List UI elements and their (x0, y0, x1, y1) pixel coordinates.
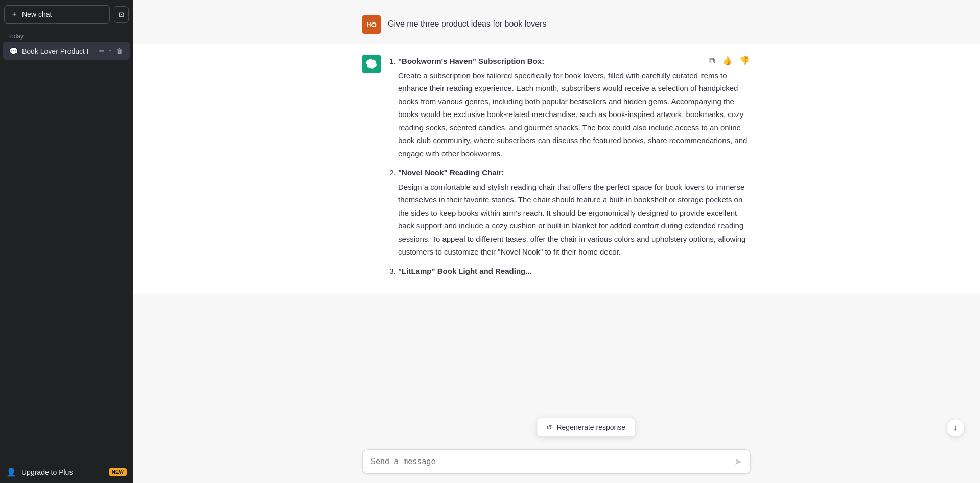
export-chat-button[interactable]: ↑ (108, 46, 113, 56)
scroll-down-button[interactable]: ↓ (946, 419, 965, 437)
user-message-text: Give me three product ideas for book lov… (388, 15, 546, 31)
user-icon: 👤 (6, 467, 16, 477)
item2-title: "Novel Nook" Reading Chair: (398, 168, 504, 177)
delete-chat-button[interactable]: 🗑 (115, 46, 124, 56)
sidebar-layout-button[interactable]: ⊡ (114, 6, 129, 23)
chat-item-label: Book Lover Product I (22, 47, 94, 55)
regenerate-label: Regenerate response (556, 423, 625, 431)
copy-button[interactable]: ⧉ (708, 55, 716, 66)
list-item: "Novel Nook" Reading Chair: Design a com… (398, 166, 751, 259)
regenerate-icon: ↺ (546, 423, 552, 431)
ai-actions: ⧉ 👍 👎 (708, 55, 751, 66)
message-input[interactable] (371, 457, 729, 466)
user-message-wrapper: HO Give me three product ideas for book … (133, 15, 980, 44)
section-today-label: Today (0, 29, 133, 42)
sidebar-header: ＋ New chat ⊡ (0, 0, 133, 29)
input-box: ➤ (362, 449, 751, 474)
new-badge: NEW (109, 468, 127, 476)
chat-icon: 💬 (9, 47, 18, 55)
chevron-down-icon: ↓ (953, 423, 958, 432)
user-avatar: HO (362, 15, 381, 34)
ai-message-wrapper: "Bookworm's Haven" Subscription Box: Cre… (133, 44, 980, 294)
layout-icon: ⊡ (119, 11, 124, 18)
main-content: HO Give me three product ideas for book … (133, 0, 980, 483)
chat-history-item[interactable]: 💬 Book Lover Product I ✏ ↑ 🗑 (3, 42, 130, 60)
item3-title: "LitLamp" Book Light and Reading... (398, 267, 532, 275)
send-button[interactable]: ➤ (734, 456, 742, 467)
chatgpt-logo-icon (366, 59, 377, 69)
edit-chat-button[interactable]: ✏ (98, 46, 106, 56)
chat-area: HO Give me three product ideas for book … (133, 0, 980, 442)
item1-title: "Bookworm's Haven" Subscription Box: (398, 57, 544, 65)
list-item: "LitLamp" Book Light and Reading... (398, 265, 751, 278)
ai-message-inner: "Bookworm's Haven" Subscription Box: Cre… (362, 55, 751, 284)
new-chat-label: New chat (22, 10, 52, 18)
ai-avatar (362, 55, 381, 73)
regenerate-popup[interactable]: ↺ Regenerate response (536, 418, 635, 437)
item1-body: Create a subscription box tailored speci… (398, 69, 751, 160)
user-message-inner: HO Give me three product ideas for book … (362, 15, 751, 34)
input-area: ➤ (133, 442, 980, 483)
ai-message-content: "Bookworm's Haven" Subscription Box: Cre… (388, 55, 751, 284)
sidebar: ＋ New chat ⊡ Today 💬 Book Lover Product … (0, 0, 133, 483)
thumbs-up-button[interactable]: 👍 (721, 55, 733, 66)
chat-item-actions: ✏ ↑ 🗑 (98, 46, 124, 56)
upgrade-label: Upgrade to Plus (21, 468, 104, 476)
thumbs-down-button[interactable]: 👎 (738, 55, 751, 66)
item2-body: Design a comfortable and stylish reading… (398, 180, 751, 259)
list-item: "Bookworm's Haven" Subscription Box: Cre… (398, 55, 751, 160)
new-chat-button[interactable]: ＋ New chat (4, 5, 110, 24)
plus-icon: ＋ (11, 10, 18, 19)
upgrade-to-plus-footer[interactable]: 👤 Upgrade to Plus NEW (0, 461, 133, 483)
